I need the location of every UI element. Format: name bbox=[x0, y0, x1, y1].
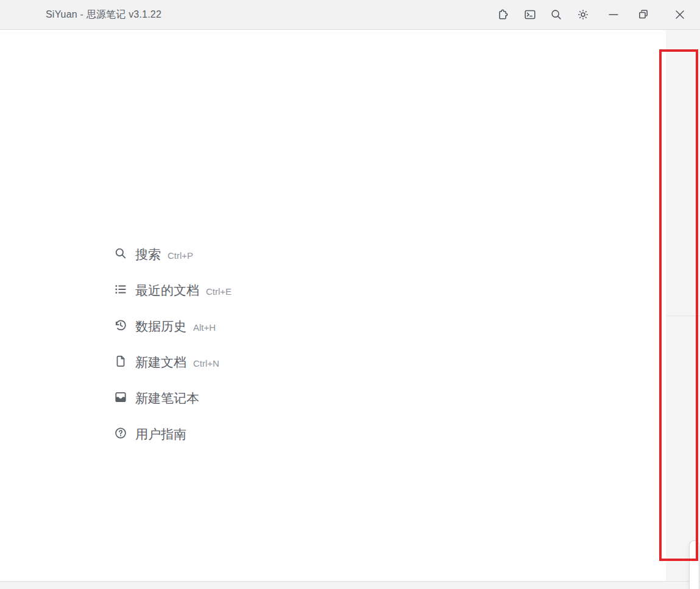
menu-item-shortcut: Ctrl+E bbox=[206, 285, 232, 297]
menu-item-shortcut: Ctrl+N bbox=[193, 357, 219, 369]
menu-item-recent-docs[interactable]: 最近的文档 Ctrl+E bbox=[114, 281, 232, 300]
empty-state-menu: 搜索 Ctrl+P 最近的文档 Ctrl+E bbox=[114, 245, 232, 461]
menu-item-data-history[interactable]: 数据历史 Alt+H bbox=[114, 317, 232, 336]
scrollbar[interactable] bbox=[689, 540, 699, 589]
terminal-icon bbox=[523, 8, 537, 21]
theme-button[interactable] bbox=[574, 5, 592, 24]
titlebar: SiYuan - 思源笔记 v3.1.22 bbox=[0, 0, 700, 30]
dock-divider bbox=[666, 316, 700, 316]
menu-item-user-guide[interactable]: 用户指南 bbox=[114, 425, 232, 443]
menu-item-label: 用户指南 bbox=[135, 426, 186, 443]
menu-item-label: 数据历史 bbox=[135, 318, 186, 335]
menu-item-search[interactable]: 搜索 Ctrl+P bbox=[114, 245, 232, 264]
menu-item-label: 最近的文档 bbox=[135, 282, 199, 299]
history-icon bbox=[114, 319, 127, 334]
close-icon bbox=[673, 8, 687, 21]
menu-item-label: 新建文档 bbox=[135, 354, 186, 371]
plugin-button[interactable] bbox=[494, 5, 512, 24]
minimize-button[interactable] bbox=[604, 5, 623, 24]
menu-item-shortcut: Ctrl+P bbox=[168, 249, 193, 261]
restore-button[interactable] bbox=[634, 5, 652, 24]
list-icon bbox=[114, 283, 127, 298]
new-document-icon bbox=[114, 354, 127, 370]
menu-item-new-document[interactable]: 新建文档 Ctrl+N bbox=[114, 353, 232, 372]
help-icon bbox=[114, 426, 127, 442]
menu-item-label: 新建笔记本 bbox=[135, 390, 199, 407]
minimize-icon bbox=[607, 8, 620, 21]
menu-item-new-notebook[interactable]: 新建笔记本 bbox=[114, 389, 232, 407]
status-bar bbox=[0, 581, 700, 589]
menu-item-label: 搜索 bbox=[135, 246, 161, 263]
sun-icon bbox=[576, 8, 590, 21]
window-title: SiYuan - 思源笔记 v3.1.22 bbox=[46, 0, 161, 29]
terminal-button[interactable] bbox=[521, 5, 539, 24]
menu-item-shortcut: Alt+H bbox=[193, 321, 216, 333]
search-icon bbox=[114, 247, 127, 263]
restore-icon bbox=[637, 8, 650, 21]
notebook-icon bbox=[114, 390, 127, 406]
plugin-icon bbox=[497, 8, 510, 21]
titlebar-search-button[interactable] bbox=[547, 5, 565, 24]
main-content: 搜索 Ctrl+P 最近的文档 Ctrl+E bbox=[0, 30, 666, 581]
right-dock[interactable] bbox=[666, 30, 700, 581]
close-button[interactable] bbox=[671, 5, 689, 24]
search-icon bbox=[550, 8, 563, 21]
